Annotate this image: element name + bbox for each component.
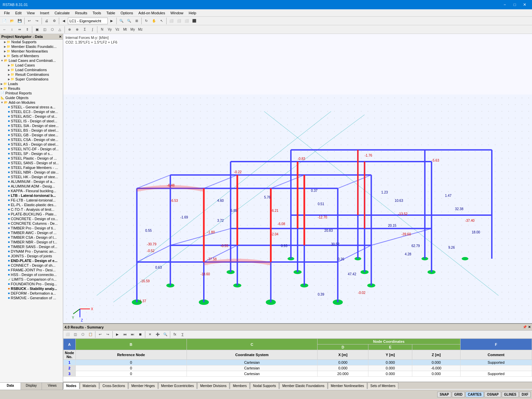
tb2-8[interactable]: △: [56, 26, 64, 33]
tb-print[interactable]: 🖨: [43, 17, 50, 25]
module-deform[interactable]: ■DEFORM - Deformation a...: [0, 291, 63, 296]
tb2-4[interactable]: ⇕: [24, 26, 31, 33]
module-connect[interactable]: ■CONNECT - Design of sh...: [0, 263, 63, 268]
tab-sets-members[interactable]: Sets of Members: [367, 382, 399, 389]
tab-member-div[interactable]: Member Divisions: [197, 382, 229, 389]
tb2-18[interactable]: Mz: [137, 26, 144, 33]
maximize-button[interactable]: □: [510, 1, 519, 8]
tree-results[interactable]: ▶ 📁 Results: [0, 86, 63, 91]
module-ctot[interactable]: ■C-TO-T - Analysis of limit...: [0, 207, 63, 212]
tree-member-elastic[interactable]: ▶ 📁 Member Elastic Foundatic...: [0, 44, 63, 49]
tab-members[interactable]: Members: [230, 382, 250, 389]
menu-insert[interactable]: Insert: [37, 9, 52, 16]
status-glines[interactable]: GLINES: [502, 392, 519, 397]
tb2-10[interactable]: ⊗: [73, 26, 81, 33]
menu-window[interactable]: Window: [168, 9, 186, 16]
status-cartes[interactable]: CARTES: [466, 392, 484, 397]
tree-sets-members[interactable]: ▶ 📁 Sets of Members: [0, 54, 63, 58]
module-limits[interactable]: ✓LIMITS - Comparison of n...: [0, 277, 63, 282]
tb2-17[interactable]: My: [129, 26, 136, 33]
tree-load-combinations-folder[interactable]: ▼ 📂 Load Cases and Combinati...: [0, 58, 63, 63]
tb2-15[interactable]: Vz: [114, 26, 121, 33]
module-steel-is[interactable]: ■STEEL IS - Design of steel...: [0, 119, 63, 123]
module-steel-plastic[interactable]: ■STEEL Plastic - Design of ...: [0, 156, 63, 161]
tab-materials[interactable]: Materials: [80, 382, 99, 389]
tree-guide-objects[interactable]: 📐 Guide Objects: [0, 95, 63, 100]
panel-tb6[interactable]: ↪: [104, 331, 111, 338]
tb-zoom-out[interactable]: 🔍: [125, 17, 133, 25]
module-steel-hk[interactable]: ■STEEL HK - Design of stee...: [0, 175, 63, 179]
tb2-3[interactable]: ⇔: [16, 26, 23, 33]
module-steel-fatigue[interactable]: ■STEEL Fatigue Members - ...: [0, 165, 63, 170]
tb2-11[interactable]: Σ: [81, 26, 88, 33]
tb2-1[interactable]: ↔: [1, 26, 8, 33]
tb-front[interactable]: ⬜: [168, 17, 175, 25]
module-steel-bs[interactable]: ■STEEL BS - Design of steel...: [0, 128, 63, 133]
menu-file[interactable]: File: [1, 9, 13, 16]
viewport[interactable]: Internal Forces M-y: [kNm] CO2: 1.35*LF1…: [63, 34, 532, 390]
status-snap[interactable]: SNAP: [437, 392, 451, 397]
tab-member-nonlin[interactable]: Member Nonlinearities: [328, 382, 367, 389]
tb2-9[interactable]: ⊕: [66, 26, 73, 33]
panel-tb15[interactable]: ∑: [179, 331, 186, 338]
menu-table[interactable]: Table: [104, 9, 118, 16]
module-steel-aisc[interactable]: ■STEEL AISC - Design of st...: [0, 114, 63, 119]
module-elpl[interactable]: ■EL-PL - Elastic-plastic des...: [0, 202, 63, 207]
status-grid[interactable]: GRID: [452, 392, 465, 397]
tree-printout[interactable]: 📄 Printout Reports: [0, 91, 63, 95]
module-steel-sia[interactable]: ■STEEL SIA - Design of stee...: [0, 123, 63, 128]
tb-fit[interactable]: ⊞: [133, 17, 140, 25]
tree-nodal-supports[interactable]: ▶ 📁 Nodal Supports: [0, 40, 63, 44]
menu-calculate[interactable]: Calculate: [52, 9, 72, 16]
module-steel-sans[interactable]: ■STEEL SANS - Design of st...: [0, 161, 63, 165]
tb-next[interactable]: ▶: [108, 17, 115, 25]
tb2-5[interactable]: ▣: [33, 26, 41, 33]
module-steel-ntcdf[interactable]: ■STEEL NTC-DF - Design of...: [0, 147, 63, 151]
module-concrete[interactable]: ■CONCRETE - Design of co...: [0, 216, 63, 221]
module-steel-general[interactable]: ■STEEL - General stress a...: [0, 105, 63, 109]
module-steel-sp[interactable]: ■STEEL SP - Design of s...: [0, 151, 63, 156]
tb2-2[interactable]: ↕: [8, 26, 16, 33]
tab-member-hinges[interactable]: Member Hinges: [128, 382, 158, 389]
module-steel-gb[interactable]: ■STEEL GB - Design of stee...: [0, 133, 63, 137]
panel-tb13[interactable]: 🔍: [162, 331, 169, 338]
tb-open[interactable]: 📂: [8, 17, 16, 25]
tab-nodal-supports[interactable]: Nodal Supports: [250, 382, 279, 389]
panel-pin[interactable]: 📌: [523, 325, 527, 329]
tb-rotate[interactable]: ↻: [143, 17, 150, 25]
panel-tb12[interactable]: ➕: [154, 331, 161, 338]
module-plate-buckling[interactable]: ■PLATE-BUCKLING - Plate...: [0, 212, 63, 216]
panel-tb14[interactable]: fx: [171, 331, 179, 338]
tb-zoom-in[interactable]: 🔍: [118, 17, 125, 25]
panel-close[interactable]: ✕: [528, 325, 531, 329]
module-joints[interactable]: ■JOINTS - Design of joints: [0, 254, 63, 258]
module-aluminum-adm[interactable]: ■ALUMINUM ADM - Desig...: [0, 184, 63, 189]
module-steel-ec3[interactable]: ■STEEL EC3 - Design of ste...: [0, 109, 63, 114]
tb-new[interactable]: 📄: [1, 17, 8, 25]
tab-cross-sections[interactable]: Cross-Sections: [99, 382, 128, 389]
module-aluminum[interactable]: ■ALUMINUM - Design of a...: [0, 179, 63, 184]
nav-tab-data[interactable]: Data: [0, 383, 21, 390]
tb-3d[interactable]: ⬛: [191, 17, 198, 25]
tb-side[interactable]: ⬜: [175, 17, 183, 25]
module-end-plate[interactable]: ■END-PLATE - Design of e...: [0, 258, 63, 263]
module-hss[interactable]: ■HSS - Design of connectio...: [0, 272, 63, 277]
status-dxf[interactable]: DXF: [519, 392, 531, 397]
tb-pan[interactable]: ✋: [150, 17, 158, 25]
menu-view[interactable]: View: [24, 9, 38, 16]
module-kappa[interactable]: ■KAPPA - Flexural buckling...: [0, 189, 63, 193]
panel-tb7[interactable]: ▶: [114, 331, 121, 338]
panel-tb8[interactable]: ⏮: [121, 331, 129, 338]
module-feltb[interactable]: ■FE-LTB - Lateral-torsional...: [0, 198, 63, 202]
module-timber-csa[interactable]: ■TIMBER CSA - Design of t...: [0, 235, 63, 240]
tb-redo[interactable]: ↪: [33, 17, 41, 25]
panel-tb10[interactable]: ⏹: [137, 331, 144, 338]
menu-tools[interactable]: Tools: [90, 9, 104, 16]
status-osnap[interactable]: OSNAP: [484, 392, 501, 397]
module-timber-awc[interactable]: ■TIMBER AWC - Design of ...: [0, 230, 63, 235]
menu-addon[interactable]: Add-on Modules: [136, 9, 168, 16]
tree-load-combinations[interactable]: ▶ 📁 Load Combinations: [0, 67, 63, 72]
tb2-7[interactable]: ⬡: [49, 26, 56, 33]
tb2-16[interactable]: Mt: [121, 26, 129, 33]
module-timber-pro[interactable]: ■TIMBER Pro - Design of ti...: [0, 226, 63, 230]
